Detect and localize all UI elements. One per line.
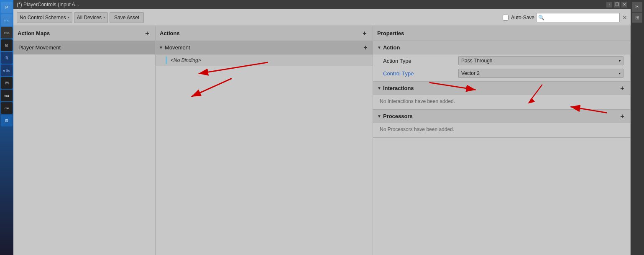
control-type-row: Control Type Vector 2 ▾: [373, 67, 630, 80]
binding-item-no-binding[interactable]: <No Binding>: [156, 54, 373, 66]
no-control-schemes-label: No Control Schemes: [20, 15, 66, 21]
interactions-section-header: ▼ Interactions +: [373, 82, 630, 95]
actions-header: Actions +: [156, 26, 373, 41]
all-devices-label: All Devices: [77, 15, 102, 21]
processors-triangle: ▼: [377, 114, 381, 118]
interactions-triangle: ▼: [377, 86, 381, 90]
right-side-panel: ✂ ⊞: [631, 0, 644, 255]
action-maps-header: Action Maps +: [13, 26, 155, 41]
action-type-dropdown[interactable]: Pass Through ▾: [458, 56, 624, 65]
more-options-btn[interactable]: ⋮: [606, 2, 612, 8]
window-title: (*) PlayerControls (Input A...: [17, 2, 79, 8]
os-icon-2[interactable]: ang: [1, 14, 13, 26]
action-triangle: ▼: [377, 45, 381, 50]
os-icon-1[interactable]: P: [1, 2, 13, 13]
action-type-value: Pass Through: [461, 58, 493, 64]
processors-empty-text: No Processors have been added.: [373, 123, 630, 136]
interactions-empty-text: No Interactions have been added.: [373, 95, 630, 108]
auto-save-label: Auto-Save: [511, 15, 534, 21]
binding-indicator: [166, 57, 167, 64]
os-icon-5[interactable]: 有: [1, 52, 13, 64]
unity-window: (*) PlayerControls (Input A... ⋮ ❐ ✕ No …: [13, 0, 631, 255]
action-maps-panel: Action Maps + Player Movement: [13, 26, 156, 255]
action-type-label: Action Type: [383, 58, 458, 64]
actions-add-button[interactable]: +: [361, 30, 368, 37]
control-type-dropdown[interactable]: Vector 2 ▾: [458, 69, 624, 78]
save-asset-button[interactable]: Save Asset: [110, 12, 144, 23]
movement-triangle: ▼: [159, 45, 163, 50]
os-icon-9[interactable]: ow: [1, 102, 13, 114]
action-section-header: ▼ Action: [373, 41, 630, 54]
control-type-value: Vector 2: [461, 70, 480, 76]
action-maps-add-button[interactable]: +: [143, 30, 151, 37]
action-section-title: Action: [383, 44, 400, 51]
restore-btn[interactable]: ❐: [614, 2, 620, 8]
auto-save-checkbox[interactable]: [503, 15, 509, 21]
all-devices-arrow: ▾: [103, 15, 105, 19]
search-clear-button[interactable]: ✕: [622, 14, 627, 21]
os-icon-4[interactable]: ⊡: [1, 39, 13, 51]
action-map-label-player-movement: Player Movement: [18, 44, 61, 51]
properties-panel: Properties ▼ Action Action Type Pass Thr…: [373, 26, 631, 255]
all-devices-dropdown[interactable]: All Devices ▾: [74, 12, 108, 23]
os-icon-10[interactable]: ⊟: [1, 115, 13, 126]
toolbar: No Control Schemes ▾ All Devices ▾ Save …: [13, 9, 631, 26]
os-sidebar: P ang epa ⊡ 有 e So 🎮 tea ow ⊟: [0, 0, 13, 255]
action-map-item-player-movement[interactable]: Player Movement: [13, 41, 155, 54]
processors-section-header: ▼ Processors +: [373, 110, 630, 123]
processors-add-button[interactable]: +: [618, 113, 626, 120]
title-bar: (*) PlayerControls (Input A... ⋮ ❐ ✕: [13, 0, 631, 9]
processors-section-title: Processors: [383, 113, 413, 119]
no-control-schemes-dropdown[interactable]: No Control Schemes ▾: [17, 12, 72, 23]
content-area: Action Maps + Player Movement Actions + …: [13, 26, 631, 255]
actions-title: Actions: [160, 30, 180, 36]
os-icon-7[interactable]: 🎮: [1, 77, 13, 89]
control-type-label: Control Type: [383, 70, 458, 77]
auto-save-area: Auto-Save: [503, 15, 534, 21]
action-item-movement[interactable]: ▼ Movement +: [156, 41, 373, 54]
action-label-movement: Movement: [165, 44, 190, 51]
properties-header: Properties: [373, 26, 630, 41]
no-control-schemes-arrow: ▾: [68, 15, 69, 19]
processors-section: ▼ Processors + No Processors have been a…: [373, 110, 630, 138]
os-icon-6[interactable]: e So: [1, 64, 13, 76]
action-type-arrow: ▾: [619, 59, 621, 63]
properties-title: Properties: [377, 30, 404, 36]
control-type-arrow: ▾: [619, 72, 621, 75]
close-btn[interactable]: ✕: [621, 2, 627, 8]
os-icon-8[interactable]: tea: [1, 90, 13, 101]
action-type-row: Action Type Pass Through ▾: [373, 54, 630, 67]
scissors-button[interactable]: ✂: [632, 2, 642, 12]
grid-button[interactable]: ⊞: [632, 13, 642, 23]
binding-label-no-binding: <No Binding>: [171, 57, 201, 63]
title-bar-buttons: ⋮ ❐ ✕: [606, 2, 627, 8]
actions-panel: Actions + ▼ Movement + <No Binding>: [156, 26, 373, 255]
interactions-section-title: Interactions: [383, 85, 414, 91]
os-icon-3[interactable]: epa: [1, 27, 13, 39]
action-movement-add-btn[interactable]: +: [362, 44, 369, 52]
search-input[interactable]: [536, 13, 620, 22]
interactions-add-button[interactable]: +: [618, 85, 626, 92]
action-section: ▼ Action Action Type Pass Through ▾ Cont…: [373, 41, 630, 82]
action-maps-title: Action Maps: [18, 30, 50, 36]
interactions-section: ▼ Interactions + No Interactions have be…: [373, 82, 630, 110]
